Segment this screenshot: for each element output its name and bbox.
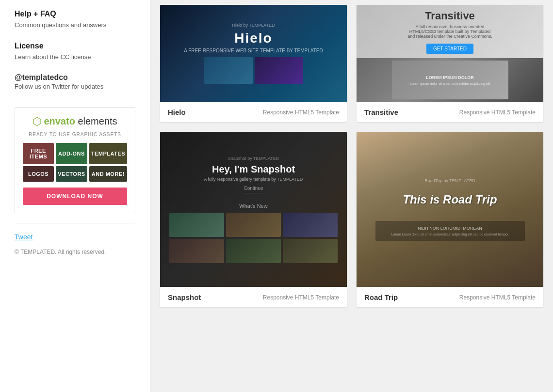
hielo-subtitle: Responsive HTML5 Template bbox=[263, 109, 339, 116]
cards-grid: Hielo by TEMPLATED Hielo A FREE RESPONSI… bbox=[160, 5, 543, 307]
gallery-thumb-2 bbox=[226, 213, 281, 237]
hielo-thumb-2 bbox=[255, 57, 303, 84]
transitive-image-container: Transitive A full responsive, business-o… bbox=[357, 5, 543, 102]
hielo-tagline: A FREE RESPONSIVE WEB SITE TEMPLATE BY T… bbox=[184, 48, 323, 53]
more-button[interactable]: AND MORE! bbox=[89, 166, 127, 182]
roadtrip-footer: Road Trip Responsive HTML5 Template bbox=[357, 287, 543, 307]
gallery-thumb-6 bbox=[283, 239, 338, 263]
envato-subtitle: READY TO USE GRAPHIC ASSETS bbox=[23, 132, 127, 137]
gallery-thumb-4 bbox=[169, 239, 224, 263]
roadtrip-title: Road Trip bbox=[364, 293, 398, 301]
roadtrip-lorem: NIBH NON LORUMIDI MOREAN Lorem ipsum dol… bbox=[375, 221, 525, 241]
copyright: © TEMPLATED. All rights reserved. bbox=[15, 249, 135, 255]
transitive-bottom: LOREM IPSUM DOLOR Lorem ipsum dolor sit … bbox=[357, 58, 543, 102]
templates-button[interactable]: TEMPLATES bbox=[89, 143, 127, 164]
help-section: Help + FAQ Common questions and answers bbox=[15, 10, 135, 30]
roadtrip-big-title: This is Road Trip bbox=[403, 193, 497, 206]
hielo-image: Hielo by TEMPLATED Hielo A FREE RESPONSI… bbox=[160, 5, 347, 102]
envato-box: ⬡ envato elements READY TO USE GRAPHIC A… bbox=[15, 107, 135, 213]
snapshot-image: Snapshot by TEMPLATED Hey, I'm Snapshot … bbox=[160, 132, 347, 287]
sidebar-divider bbox=[15, 223, 135, 223]
transitive-lorem-title: LOREM IPSUM DOLOR bbox=[426, 75, 474, 80]
roadtrip-card[interactable]: RoadTrip by TEMPLATED This is Road Trip … bbox=[357, 132, 543, 307]
envato-logo: ⬡ envato elements bbox=[23, 115, 127, 128]
transitive-big-title: Transitive bbox=[425, 10, 475, 22]
snapshot-gallery bbox=[169, 213, 338, 263]
snapshot-big-title: Hey, I'm Snapshot bbox=[212, 164, 295, 175]
twitter-handle[interactable]: @templatedco bbox=[15, 73, 68, 81]
main-content: Hielo by TEMPLATED Hielo A FREE RESPONSI… bbox=[150, 0, 553, 392]
transitive-lorem: LOREM IPSUM DOLOR Lorem ipsum dolor sit … bbox=[392, 61, 508, 99]
snapshot-card[interactable]: Snapshot by TEMPLATED Hey, I'm Snapshot … bbox=[160, 132, 347, 307]
hielo-big-title: Hielo bbox=[234, 31, 272, 46]
roadtrip-image-container: RoadTrip by TEMPLATED This is Road Trip … bbox=[357, 132, 543, 287]
transitive-footer: Transitive Responsive HTML5 Template bbox=[357, 102, 543, 122]
transitive-card[interactable]: Transitive A full responsive, business-o… bbox=[357, 5, 543, 122]
snapshot-tag: Snapshot by TEMPLATED bbox=[228, 156, 279, 161]
snapshot-subtitle: Responsive HTML5 Template bbox=[263, 294, 339, 301]
license-desc: Learn about the CC license bbox=[15, 52, 135, 62]
snapshot-continue: Continue bbox=[244, 186, 263, 193]
roadtrip-lorem-sub: Lorem ipsum dolor sit amet consectetur a… bbox=[380, 233, 520, 236]
gallery-thumb-1 bbox=[169, 213, 224, 237]
envato-logo-text: envato elements bbox=[44, 116, 117, 127]
add-ons-button[interactable]: ADD-ONS bbox=[56, 143, 87, 164]
roadtrip-image: RoadTrip by TEMPLATED This is Road Trip … bbox=[357, 132, 543, 287]
snapshot-image-container: Snapshot by TEMPLATED Hey, I'm Snapshot … bbox=[160, 132, 347, 287]
logos-button[interactable]: LOGOS bbox=[23, 166, 54, 182]
hielo-card[interactable]: Hielo by TEMPLATED Hielo A FREE RESPONSI… bbox=[160, 5, 347, 122]
license-title: License bbox=[15, 42, 135, 50]
download-now-button[interactable]: DOWNLOAD NOW bbox=[23, 188, 127, 205]
roadtrip-lorem-text: NIBH NON LORUMIDI MOREAN bbox=[380, 226, 520, 231]
snapshot-tagline: A fully responsive gallery template by T… bbox=[204, 177, 303, 182]
vectors-button[interactable]: VECTORS bbox=[56, 166, 87, 182]
hielo-tag: Hielo by TEMPLATED bbox=[232, 23, 275, 28]
twitter-section: @templatedco Follow us on Twitter for up… bbox=[15, 73, 135, 92]
snapshot-whats-new: What's New bbox=[239, 203, 267, 209]
transitive-desc: A full responsive, business-oriented HTM… bbox=[407, 24, 494, 39]
help-desc: Common questions and answers bbox=[15, 20, 135, 30]
license-section: License Learn about the CC license bbox=[15, 42, 135, 62]
transitive-title: Transitive bbox=[364, 108, 398, 116]
hielo-footer: Hielo Responsive HTML5 Template bbox=[160, 102, 347, 122]
roadtrip-tag: RoadTrip by TEMPLATED bbox=[424, 178, 475, 183]
transitive-lorem-text: Lorem ipsum dolor sit amet consectetur a… bbox=[409, 82, 490, 85]
gallery-thumb-3 bbox=[283, 213, 338, 237]
sidebar: Help + FAQ Common questions and answers … bbox=[0, 0, 150, 392]
free-items-button[interactable]: FREE ITEMS bbox=[23, 143, 54, 164]
gallery-thumb-5 bbox=[226, 239, 281, 263]
hielo-image-container: Hielo by TEMPLATED Hielo A FREE RESPONSI… bbox=[160, 5, 347, 102]
snapshot-title: Snapshot bbox=[168, 293, 201, 301]
snapshot-footer: Snapshot Responsive HTML5 Template bbox=[160, 287, 347, 307]
help-title: Help + FAQ bbox=[15, 10, 135, 18]
roadtrip-subtitle: Responsive HTML5 Template bbox=[459, 294, 536, 301]
transitive-top: Transitive A full responsive, business-o… bbox=[357, 5, 543, 58]
transitive-image: Transitive A full responsive, business-o… bbox=[357, 5, 543, 102]
hielo-title: Hielo bbox=[168, 108, 186, 116]
envato-leaf-icon: ⬡ bbox=[33, 115, 42, 128]
twitter-desc: Follow us on Twitter for updates bbox=[15, 82, 135, 92]
hielo-thumbs bbox=[204, 57, 303, 84]
hielo-thumb-1 bbox=[204, 57, 253, 84]
envato-button-grid: FREE ITEMS ADD-ONS TEMPLATES LOGOS VECTO… bbox=[23, 143, 127, 182]
transitive-get-started: GET STARTED bbox=[426, 44, 473, 54]
transitive-subtitle: Responsive HTML5 Template bbox=[459, 109, 536, 116]
tweet-link[interactable]: Tweet bbox=[15, 233, 135, 241]
